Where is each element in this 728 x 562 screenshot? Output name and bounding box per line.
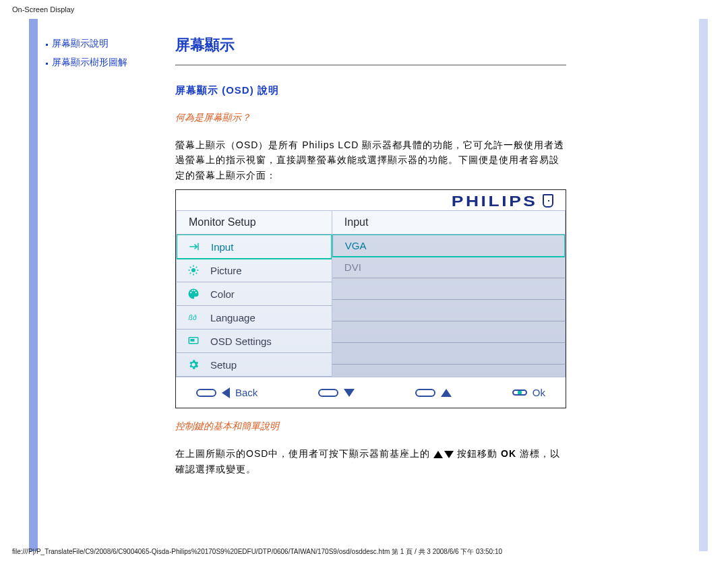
osd-menu-column: Input Picture Color ßð Language [177, 235, 332, 377]
osd-menu-setup[interactable]: Setup [177, 353, 332, 377]
osd-menu-picture[interactable]: Picture [177, 259, 332, 282]
osd-down-button[interactable] [318, 387, 355, 398]
setup-icon [186, 357, 201, 372]
sidebar-link-desc[interactable]: 屏幕顯示說明 [46, 38, 155, 50]
page-header: On-Screen Display [0, 0, 728, 19]
osd-ok-button[interactable]: Ok [512, 387, 545, 398]
osd-col-right-header: Input [332, 211, 565, 235]
color-icon [186, 286, 201, 301]
para2-part-a: 在上圖所顯示的OSD中，使用者可按下顯示器前基座上的 [175, 448, 433, 459]
osd-menu-color[interactable]: Color [177, 282, 332, 306]
controls-heading: 控制鍵的基本和簡單說明 [175, 420, 566, 433]
triangle-down-icon [344, 389, 355, 397]
osd-up-button[interactable] [415, 387, 452, 398]
triangle-up-icon [441, 389, 452, 397]
section-heading: 屏幕顯示 (OSD) 說明 [175, 84, 566, 97]
svg-text:ßð: ßð [189, 313, 197, 321]
osd-screenshot: PHILIPS Monitor Setup Input Input [175, 189, 566, 408]
inline-ok-icon: OK [501, 448, 516, 459]
sidebar-link-tree[interactable]: 屏幕顯示樹形圖解 [46, 57, 155, 69]
pill-icon [196, 389, 216, 397]
osd-menu-label: Language [210, 312, 255, 323]
osd-header-row: Monitor Setup Input [177, 211, 566, 235]
osd-sub-dvi[interactable]: DVI [332, 257, 565, 278]
sidebar-stripe [29, 19, 38, 551]
osd-settings-icon [186, 334, 201, 348]
osd-col-left-header: Monitor Setup [177, 211, 332, 235]
sidebar-links: 屏幕顯示說明 屏幕顯示樹形圖解 [46, 38, 155, 69]
inline-updown-icon [433, 451, 454, 458]
osd-sub-vga[interactable]: VGA [332, 234, 566, 257]
divider [175, 65, 566, 65]
body-paragraph-2: 在上圖所顯示的OSD中，使用者可按下顯示器前基座上的 按鈕移動 OK 游標，以確… [175, 446, 566, 476]
osd-menu-input[interactable]: Input [176, 234, 332, 259]
osd-footer: Back Ok [176, 377, 566, 408]
sidebar-link-label: 屏幕顯示樹形圖解 [52, 57, 127, 69]
sidebar-link-label: 屏幕顯示說明 [52, 38, 109, 50]
pill-icon [415, 389, 435, 397]
question-heading: 何為是屏幕顯示？ [175, 112, 566, 124]
osd-menu-label: Input [211, 241, 233, 253]
bullet-icon [46, 63, 48, 65]
osd-brand-row: PHILIPS [176, 190, 566, 210]
osd-sub-empty [332, 343, 565, 365]
osd-ok-label: Ok [533, 387, 545, 398]
osd-table: Monitor Setup Input Input Picture [176, 210, 566, 377]
osd-menu-label: Setup [210, 359, 237, 371]
triangle-up-icon [433, 451, 443, 458]
content: 屏幕顯示 屏幕顯示 (OSD) 說明 何為是屏幕顯示？ 螢幕上顯示（OSD）是所… [155, 19, 586, 483]
main-layout: 屏幕顯示說明 屏幕顯示樹形圖解 屏幕顯示 屏幕顯示 (OSD) 說明 何為是屏幕… [0, 19, 728, 483]
osd-sub-column: VGA DVI [332, 235, 565, 377]
osd-back-label: Back [235, 387, 257, 398]
picture-icon [186, 263, 201, 278]
triangle-left-icon [222, 387, 230, 398]
bullet-icon [46, 44, 48, 46]
sidebar: 屏幕顯示說明 屏幕顯示樹形圖解 [0, 19, 155, 483]
philips-shield-icon [543, 194, 553, 208]
page-title: 屏幕顯示 [175, 35, 566, 55]
osd-menu-language[interactable]: ßð Language [177, 306, 332, 330]
osd-menu-label: OSD Settings [210, 336, 272, 347]
osd-menu-label: Picture [210, 265, 242, 276]
osd-sub-empty [332, 321, 565, 343]
input-icon [187, 239, 202, 254]
right-stripe [699, 19, 708, 551]
osd-sub-empty [332, 278, 565, 300]
osd-menu-osd-settings[interactable]: OSD Settings [177, 330, 332, 353]
svg-rect-3 [191, 339, 195, 342]
philips-logo: PHILIPS [451, 193, 537, 210]
pill-filled-icon [512, 389, 527, 396]
svg-point-0 [191, 268, 195, 272]
body-paragraph-1: 螢幕上顯示（OSD）是所有 Philips LCD 顯示器都具體的功能，它可允許… [175, 137, 566, 183]
footer-path: file:///P|/P_TranslateFile/C9/2008/6/C90… [12, 547, 502, 557]
triangle-down-icon [444, 451, 454, 458]
language-icon: ßð [186, 310, 201, 325]
pill-icon [318, 389, 338, 397]
osd-back-button[interactable]: Back [196, 387, 257, 398]
osd-body-row: Input Picture Color ßð Language [177, 235, 566, 377]
osd-sub-empty [332, 300, 565, 321]
para2-part-b: 按鈕移動 [457, 448, 501, 459]
osd-menu-label: Color [210, 288, 235, 300]
